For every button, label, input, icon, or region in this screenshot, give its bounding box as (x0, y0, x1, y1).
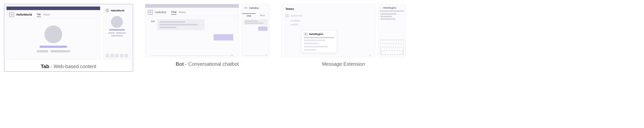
nav-item[interactable] (110, 54, 114, 58)
text-line (160, 27, 176, 28)
tab-chat[interactable]: Chat (171, 10, 176, 14)
nav-item[interactable] (125, 54, 128, 58)
msgext-flyout: HelloMsgExt (301, 30, 337, 53)
msgext-mobile-header: ‹ HelloMsgExt (380, 6, 404, 10)
caption-strong: Tab (41, 64, 49, 69)
send-icon[interactable]: ▷ (370, 54, 372, 57)
result-line[interactable] (304, 40, 325, 41)
key[interactable] (394, 40, 396, 43)
message-bubble-out (258, 26, 268, 31)
app-title: HelloBot (249, 6, 259, 10)
content-bar (36, 50, 48, 52)
caption-rest: - Conversational chatbot (184, 61, 239, 67)
bot-desktop-header: HelloBot Chat About (145, 8, 239, 16)
text-line (245, 20, 258, 22)
key[interactable] (392, 40, 394, 43)
msgext-body: Teams (282, 4, 375, 56)
key[interactable] (401, 44, 403, 47)
key[interactable] (397, 40, 399, 43)
text-line (160, 24, 198, 26)
key[interactable] (383, 40, 385, 43)
tab-about[interactable]: About (43, 12, 50, 17)
send-icon[interactable]: ▷ (232, 53, 234, 56)
key[interactable] (395, 48, 397, 50)
message-bubble-in (244, 19, 268, 25)
back-icon[interactable]: ‹ (380, 6, 381, 10)
message-bubble-in (157, 19, 204, 30)
key[interactable] (388, 40, 389, 43)
bot-mobile-tabs: Chat More (242, 13, 269, 18)
window-titlebar (145, 4, 239, 8)
key[interactable] (392, 48, 394, 50)
flyout-title: HelloMsgExt (309, 33, 323, 36)
key[interactable] (384, 48, 386, 50)
tab-chat[interactable]: Chat (242, 14, 256, 18)
key[interactable] (381, 44, 383, 47)
tab-desktop-body (6, 18, 100, 60)
svg-point-2 (245, 8, 246, 8)
section-bot: HelloBot Chat About (145, 4, 270, 67)
key[interactable] (386, 44, 388, 47)
key-space[interactable] (386, 51, 398, 54)
text-line (160, 21, 185, 23)
key[interactable] (390, 40, 392, 43)
text-line (290, 15, 302, 16)
content-bar (108, 32, 115, 34)
app-title: HelloWorld (16, 13, 32, 16)
result-line[interactable] (380, 13, 397, 14)
sidebar-item[interactable] (286, 24, 309, 26)
caption-rest: - Web-based content (49, 64, 96, 69)
key[interactable] (396, 44, 398, 47)
on-screen-keyboard[interactable] (380, 39, 404, 55)
flyout-search-input[interactable] (304, 38, 334, 38)
chat-input[interactable]: ▷ (244, 55, 268, 56)
key[interactable] (381, 40, 382, 43)
key[interactable] (402, 40, 403, 43)
key[interactable] (385, 40, 387, 43)
key[interactable] (399, 40, 401, 43)
key[interactable] (398, 51, 402, 54)
avatar-placeholder (111, 16, 123, 28)
tab-desktop-header: HelloWorld Tab About (6, 10, 100, 18)
key[interactable] (387, 48, 389, 50)
teams-sidebar: Teams (286, 7, 309, 26)
sidebar-item[interactable] (286, 20, 309, 22)
result-line[interactable] (380, 16, 392, 17)
tab-more[interactable]: More (256, 14, 269, 18)
send-icon[interactable]: ▷ (266, 53, 268, 56)
key[interactable] (382, 51, 386, 54)
chat-body: ▷ (242, 18, 269, 57)
result-line[interactable] (304, 49, 316, 50)
team-icon (286, 14, 289, 18)
result-line[interactable] (304, 46, 328, 48)
nav-item[interactable] (106, 54, 109, 58)
nav-item[interactable] (120, 54, 124, 58)
bot-mobile-header: HelloBot (242, 4, 269, 11)
key[interactable] (391, 44, 393, 47)
search-input[interactable] (380, 11, 404, 11)
nav-item[interactable] (115, 54, 119, 58)
key[interactable] (398, 48, 400, 50)
tab-about[interactable]: About (179, 10, 186, 14)
tab-mobile-header: HelloWorld (105, 8, 128, 12)
key[interactable] (399, 44, 400, 47)
tab-tab[interactable]: Tab (37, 12, 41, 17)
section-tab: HelloWorld Tab About HelloWorld (4, 4, 133, 72)
mobile-bottom-nav (106, 54, 128, 58)
app-icon (9, 12, 14, 17)
bot-code-icon (151, 19, 155, 24)
caption-bot: Bot - Conversational chatbot (176, 61, 239, 67)
app-title: HelloWorld (111, 9, 124, 12)
text-line (245, 22, 263, 24)
key[interactable] (381, 48, 384, 50)
chat-input[interactable]: ▷ (151, 56, 233, 56)
result-line[interactable] (304, 43, 319, 44)
key[interactable] (388, 44, 390, 47)
key[interactable] (400, 48, 403, 50)
key[interactable] (383, 44, 385, 47)
result-line[interactable] (380, 18, 396, 20)
key[interactable] (390, 48, 392, 50)
key[interactable] (394, 44, 396, 47)
sidebar-item[interactable] (286, 14, 309, 18)
bot-mobile-panel: HelloBot Chat More ▷ (242, 4, 270, 57)
